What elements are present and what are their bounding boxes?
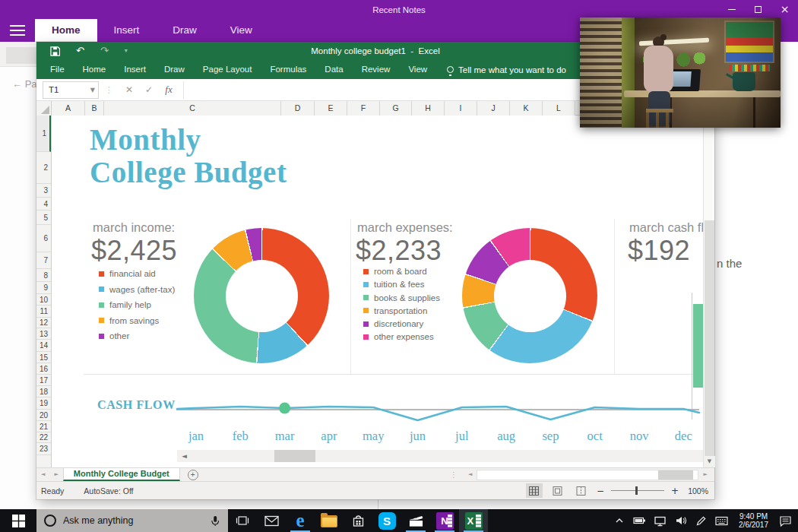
row-header-11[interactable]: 11: [36, 306, 51, 318]
ribbon-tab-draw[interactable]: Draw: [155, 60, 194, 79]
onenote-tab-view[interactable]: View: [214, 19, 269, 42]
sheet-prev-icon[interactable]: ◄: [36, 468, 49, 481]
column-header-D[interactable]: D: [281, 101, 315, 116]
column-header-I[interactable]: I: [445, 101, 477, 116]
ribbon-tab-data[interactable]: Data: [315, 60, 352, 79]
video-overlay[interactable]: [580, 17, 781, 128]
name-box-dropdown-icon[interactable]: ▼: [90, 82, 95, 98]
zoom-slider[interactable]: [611, 490, 664, 491]
row-header-22[interactable]: 22: [36, 432, 51, 443]
row-header-17[interactable]: 17: [36, 375, 51, 386]
row-header-23[interactable]: 23: [36, 443, 51, 455]
column-header-K[interactable]: K: [510, 101, 543, 116]
scroll-left-icon[interactable]: ◄: [182, 450, 187, 462]
row-header-10[interactable]: 10: [36, 294, 51, 306]
action-center-button[interactable]: [776, 515, 795, 527]
battery-icon[interactable]: [630, 515, 649, 526]
expenses-donut-chart[interactable]: [462, 228, 597, 363]
column-header-G[interactable]: G: [380, 101, 412, 116]
row-header-19[interactable]: 19: [36, 397, 51, 410]
touch-keyboard-icon[interactable]: [712, 516, 731, 526]
vertical-scrollbar[interactable]: ▼: [703, 116, 714, 467]
row-header-4[interactable]: 4: [36, 198, 51, 211]
scroll-right-icon[interactable]: ►: [698, 468, 711, 481]
ribbon-tab-view[interactable]: View: [399, 60, 436, 79]
confirm-entry-icon[interactable]: ✓: [139, 84, 159, 95]
start-button[interactable]: [0, 509, 36, 532]
ribbon-tab-file[interactable]: File: [41, 60, 74, 79]
ribbon-tab-home[interactable]: Home: [74, 60, 116, 79]
row-header-6[interactable]: 6: [36, 225, 51, 252]
onenote-app-icon[interactable]: N: [430, 509, 459, 532]
row-header-5[interactable]: 5: [36, 211, 51, 225]
undo-icon[interactable]: ↶: [76, 42, 84, 60]
sheet-next-icon[interactable]: ►: [49, 468, 62, 481]
horizontal-scrollbar-thumb[interactable]: [658, 470, 693, 480]
column-header-B[interactable]: B: [85, 101, 104, 116]
taskbar-clock[interactable]: 9:40 PM 2/6/2017: [733, 512, 774, 530]
scroll-left-icon[interactable]: ◄: [464, 468, 477, 481]
microphone-icon[interactable]: [210, 515, 220, 527]
column-header-A[interactable]: A: [52, 101, 85, 116]
hamburger-menu-icon[interactable]: [0, 19, 35, 42]
minimize-button[interactable]: [718, 0, 745, 19]
zoom-level[interactable]: 100%: [686, 486, 708, 496]
chart-scrollbar[interactable]: ◄: [177, 450, 703, 462]
onenote-tab-insert[interactable]: Insert: [97, 19, 157, 42]
normal-view-button[interactable]: [526, 483, 543, 498]
column-header-L[interactable]: L: [543, 101, 575, 116]
edge-browser-icon[interactable]: e: [286, 509, 315, 532]
income-donut-chart[interactable]: [194, 228, 329, 363]
row-header-15[interactable]: 15: [36, 352, 51, 363]
sheet-tab-monthly-college-budget[interactable]: Monthly College Budget: [63, 468, 180, 481]
page-break-view-button[interactable]: [573, 483, 590, 498]
windows-ink-pen-icon[interactable]: [692, 515, 711, 527]
column-header-E[interactable]: E: [315, 101, 347, 116]
row-header-9[interactable]: 9: [36, 282, 51, 294]
row-header-3[interactable]: 3: [36, 184, 51, 198]
volume-icon[interactable]: [671, 515, 690, 526]
column-header-F[interactable]: F: [347, 101, 380, 116]
ribbon-tab-insert[interactable]: Insert: [115, 60, 155, 79]
name-box[interactable]: T1 ▼: [43, 81, 99, 99]
zoom-out-button[interactable]: −: [597, 486, 604, 496]
zoom-in-button[interactable]: +: [671, 486, 679, 496]
row-header-8[interactable]: 8: [36, 269, 51, 282]
zoom-slider-handle[interactable]: [635, 486, 638, 495]
ribbon-tab-review[interactable]: Review: [353, 60, 400, 79]
row-header-20[interactable]: 20: [36, 410, 51, 421]
page-layout-view-button[interactable]: [549, 483, 566, 498]
column-header-J[interactable]: J: [477, 101, 510, 116]
tell-me-box[interactable]: Tell me what you want to do: [447, 60, 566, 79]
row-header-7[interactable]: 7: [36, 252, 51, 269]
horizontal-scrollbar-track[interactable]: [477, 470, 698, 480]
new-sheet-button[interactable]: +: [188, 470, 198, 480]
task-view-button[interactable]: [228, 509, 257, 532]
row-header-21[interactable]: 21: [36, 421, 51, 432]
movies-tv-app-icon[interactable]: [401, 509, 430, 532]
ribbon-tab-formulas[interactable]: Formulas: [261, 60, 315, 79]
cancel-entry-icon[interactable]: ✕: [119, 84, 139, 95]
column-header-C[interactable]: C: [104, 101, 281, 116]
chart-scrollbar-thumb[interactable]: [274, 450, 315, 462]
column-header-H[interactable]: H: [412, 101, 445, 116]
row-header-14[interactable]: 14: [36, 340, 51, 352]
horizontal-scrollbar[interactable]: ◄ ►: [464, 468, 714, 481]
mail-app-icon[interactable]: [257, 509, 286, 532]
onenote-tab-home[interactable]: Home: [35, 19, 97, 42]
select-all-corner[interactable]: [36, 101, 52, 116]
scroll-down-icon[interactable]: ▼: [704, 456, 715, 467]
skype-app-icon[interactable]: S: [372, 509, 401, 532]
store-app-icon[interactable]: [344, 509, 372, 532]
ribbon-tab-page-layout[interactable]: Page Layout: [194, 60, 261, 79]
qat-customize-icon[interactable]: ▾: [125, 42, 128, 60]
excel-app-icon[interactable]: X: [459, 509, 488, 532]
tray-expand-button[interactable]: [610, 516, 629, 525]
vertical-scrollbar-thumb[interactable]: [705, 220, 714, 456]
save-icon[interactable]: [50, 46, 60, 56]
worksheet[interactable]: Monthly College Budget march income: $2,…: [52, 116, 703, 467]
close-button[interactable]: ×: [771, 0, 798, 19]
onenote-back-nav[interactable]: ← Pa: [12, 78, 37, 90]
taskbar-search[interactable]: Ask me anything: [36, 509, 228, 532]
network-icon[interactable]: [651, 515, 670, 527]
